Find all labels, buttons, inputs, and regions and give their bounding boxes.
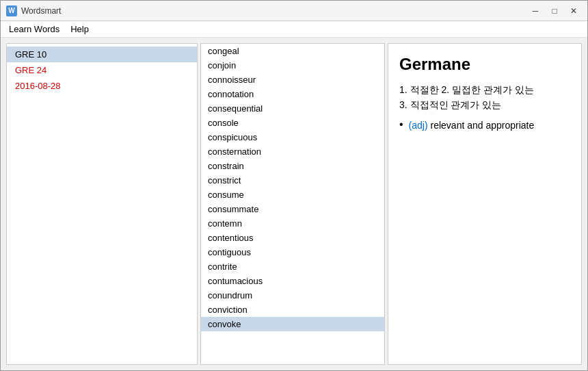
close-button[interactable]: ✕ bbox=[565, 5, 582, 17]
menu-learn-words[interactable]: Learn Words bbox=[3, 23, 65, 36]
minimize-button[interactable]: ─ bbox=[527, 5, 544, 17]
definition-english: (adj) relevant and appropriate bbox=[409, 118, 535, 133]
word-item-contrite[interactable]: contrite bbox=[201, 259, 384, 274]
wordset-item-gre10[interactable]: GRE 10 bbox=[7, 47, 197, 62]
wordset-item-date[interactable]: 2016-08-28 bbox=[7, 78, 197, 94]
word-item-contemn[interactable]: contemn bbox=[201, 216, 384, 231]
app-window: W Wordsmart ─ □ ✕ Learn Words Help GRE 1… bbox=[0, 0, 588, 371]
word-item-connoisseur[interactable]: connoisseur bbox=[201, 73, 384, 87]
word-list-scroll[interactable]: congeal conjoin connoisseur connotation … bbox=[201, 44, 384, 364]
definition-title: Germane bbox=[399, 55, 570, 74]
bullet-icon: • bbox=[399, 118, 403, 131]
window-controls: ─ □ ✕ bbox=[527, 5, 582, 17]
word-item-congeal[interactable]: congeal bbox=[201, 44, 384, 58]
word-item-contumacious[interactable]: contumacious bbox=[201, 274, 384, 288]
menu-help[interactable]: Help bbox=[65, 23, 94, 36]
word-item-convoke[interactable]: convoke bbox=[201, 317, 384, 331]
word-item-consummate[interactable]: consummate bbox=[201, 202, 384, 216]
definition-korean-1: 1. 적절한 2. 밀접한 관계가 있는 3. 직접적인 관계가 있는 bbox=[399, 82, 570, 113]
maximize-button[interactable]: □ bbox=[546, 5, 563, 17]
word-item-conundrum[interactable]: conundrum bbox=[201, 288, 384, 303]
word-list-panel: congeal conjoin connoisseur connotation … bbox=[200, 43, 385, 365]
word-item-constrain[interactable]: constrain bbox=[201, 159, 384, 173]
word-item-consume[interactable]: consume bbox=[201, 188, 384, 202]
word-item-conjoin[interactable]: conjoin bbox=[201, 58, 384, 73]
word-item-conviction[interactable]: conviction bbox=[201, 303, 384, 317]
part-of-speech: (adj) bbox=[409, 120, 428, 131]
word-item-contentious[interactable]: contentious bbox=[201, 231, 384, 245]
title-bar: W Wordsmart ─ □ ✕ bbox=[1, 1, 587, 21]
menu-bar: Learn Words Help bbox=[1, 21, 587, 38]
word-item-connotation[interactable]: connotation bbox=[201, 87, 384, 101]
definition-bullet: • (adj) relevant and appropriate bbox=[399, 118, 570, 133]
word-item-console[interactable]: console bbox=[201, 116, 384, 130]
wordset-item-gre24[interactable]: GRE 24 bbox=[7, 62, 197, 78]
main-content: GRE 10 GRE 24 2016-08-28 congeal conjoin… bbox=[1, 38, 587, 370]
word-item-constrict[interactable]: constrict bbox=[201, 173, 384, 188]
word-item-contiguous[interactable]: contiguous bbox=[201, 245, 384, 259]
definition-panel: Germane 1. 적절한 2. 밀접한 관계가 있는 3. 직접적인 관계가… bbox=[388, 43, 582, 365]
word-item-consternation[interactable]: consternation bbox=[201, 144, 384, 159]
word-item-consequential[interactable]: consequential bbox=[201, 101, 384, 116]
wordset-list: GRE 10 GRE 24 2016-08-28 bbox=[6, 43, 198, 365]
app-icon: W bbox=[6, 5, 17, 16]
word-item-conspicuous[interactable]: conspicuous bbox=[201, 130, 384, 144]
window-title: Wordsmart bbox=[21, 6, 527, 16]
